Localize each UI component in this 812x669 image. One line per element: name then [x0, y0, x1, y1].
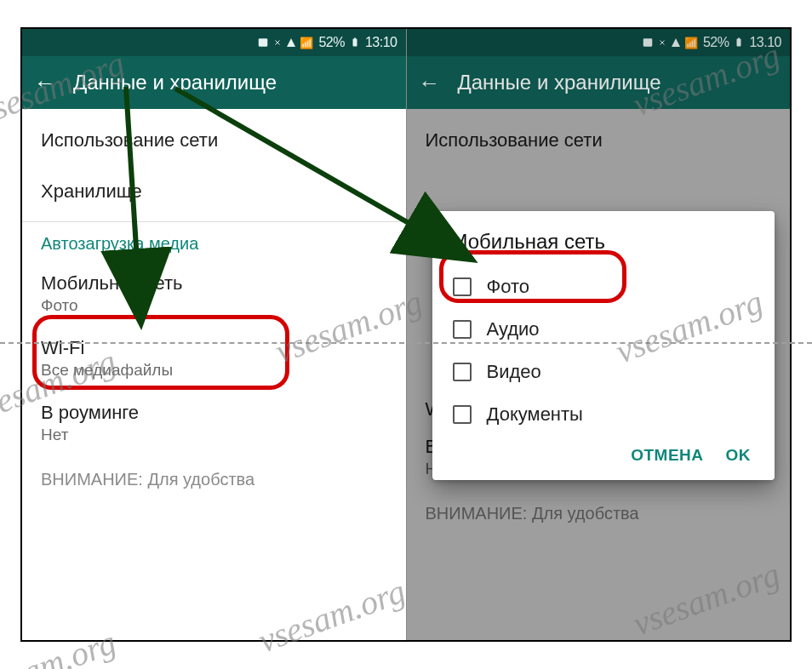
- appbar-right: ← Данные и хранилище: [407, 56, 791, 109]
- dialog-title: Мобильная сеть: [451, 230, 757, 254]
- back-arrow-icon[interactable]: ←: [34, 71, 56, 94]
- svg-rect-5: [738, 38, 740, 40]
- ok-button[interactable]: OK: [726, 446, 752, 465]
- battery-icon: [734, 37, 744, 49]
- item-roaming-title: В роуминге: [41, 402, 387, 424]
- svg-rect-0: [259, 38, 268, 46]
- outer-frame: 📶 52% 13:10 ← Данные и хранилище Использ…: [20, 27, 792, 642]
- svg-rect-4: [737, 39, 741, 47]
- battery-icon: [350, 37, 360, 49]
- status-time-right: 13.10: [749, 35, 781, 50]
- panel-right: 📶 52% 13.10 ← Данные и хранилище Использ…: [407, 29, 791, 640]
- footer-note-left: ВНИМАНИЕ: Для удобства: [22, 455, 406, 505]
- item-storage-label: Хранилище: [41, 180, 387, 203]
- signal-icon: 📶: [684, 37, 698, 49]
- cancel-button[interactable]: ОТМЕНА: [631, 446, 703, 465]
- item-wifi-title: Wi-Fi: [41, 337, 387, 359]
- dialog-option-audio[interactable]: Аудио: [451, 308, 757, 351]
- dialog-actions: ОТМЕНА OK: [451, 436, 757, 472]
- appbar-title: Данные и хранилище: [73, 71, 277, 94]
- dialog-option-label: Документы: [487, 403, 583, 426]
- dialog-option-photo[interactable]: Фото: [451, 266, 757, 308]
- dialog-option-label: Видео: [487, 361, 541, 383]
- checkbox-icon[interactable]: [453, 363, 472, 381]
- dialog-option-documents[interactable]: Документы: [451, 393, 757, 436]
- dialog-option-label: Аудио: [487, 318, 540, 340]
- item-usage[interactable]: Использование сети: [22, 114, 406, 165]
- battery-text: 52%: [318, 35, 345, 50]
- status-icons-right: 📶: [642, 37, 698, 49]
- item-usage-label-right: Использование сети: [426, 129, 772, 152]
- item-usage-right[interactable]: Использование сети: [407, 114, 791, 165]
- body-right: Использование сети W В роуминге Нет ВНИМ…: [407, 109, 791, 640]
- statusbar-right: 📶 52% 13.10: [407, 29, 791, 56]
- item-roaming-sub: Нет: [41, 426, 387, 444]
- panel-left: 📶 52% 13:10 ← Данные и хранилище Использ…: [22, 29, 407, 640]
- status-icons: 📶: [257, 37, 313, 49]
- appbar-title-right: Данные и хранилище: [458, 71, 661, 94]
- dialog-option-video[interactable]: Видео: [451, 351, 757, 393]
- item-mobile-data[interactable]: Мобильная сеть Фото: [22, 260, 406, 325]
- status-time: 13:10: [365, 35, 397, 50]
- svg-rect-3: [643, 38, 653, 46]
- item-roaming[interactable]: В роуминге Нет: [22, 390, 406, 455]
- battery-text-right: 52%: [703, 35, 729, 50]
- checkbox-icon[interactable]: [453, 405, 472, 424]
- signal-icon: 📶: [300, 37, 313, 49]
- dialog-option-label: Фото: [487, 276, 530, 298]
- checkbox-icon[interactable]: [453, 320, 472, 339]
- dialog-mobile-network: Мобильная сеть Фото Аудио Видео Документ…: [432, 211, 775, 480]
- statusbar-left: 📶 52% 13:10: [22, 29, 406, 56]
- body-left: Использование сети Хранилище Автозагрузк…: [22, 109, 406, 640]
- back-arrow-icon[interactable]: ←: [419, 71, 441, 94]
- item-storage[interactable]: Хранилище: [22, 165, 406, 216]
- item-mobile-title: Мобильная сеть: [41, 272, 387, 294]
- svg-rect-1: [352, 39, 357, 47]
- item-wifi[interactable]: Wi-Fi Все медиафайлы: [22, 325, 406, 390]
- appbar-left: ← Данные и хранилище: [22, 56, 406, 109]
- item-mobile-sub: Фото: [41, 296, 387, 315]
- section-autodownload: Автозагрузка медиа: [22, 222, 406, 260]
- item-usage-label: Использование сети: [41, 129, 387, 152]
- checkbox-icon[interactable]: [453, 277, 472, 296]
- svg-rect-2: [354, 38, 356, 40]
- footer-note-right: ВНИМАНИЕ: Для удобства: [407, 489, 791, 539]
- item-wifi-sub: Все медиафайлы: [41, 361, 387, 380]
